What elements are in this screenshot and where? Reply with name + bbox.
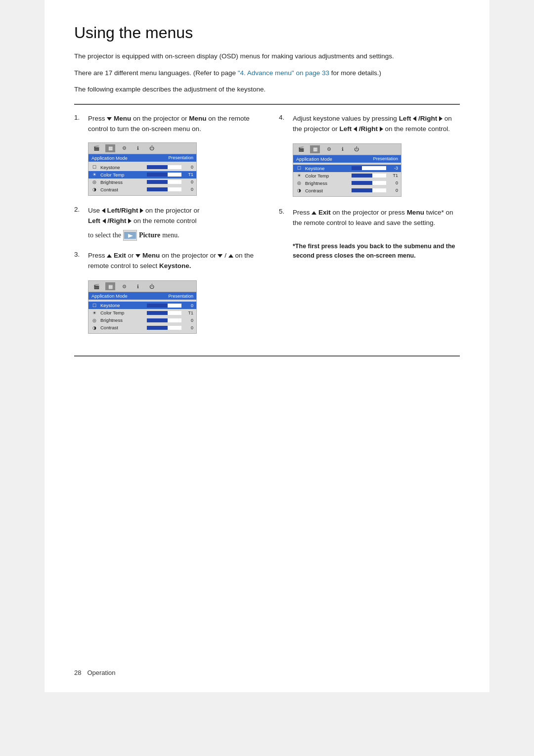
left-arrow-icon-4b — [354, 127, 357, 132]
left-arrow-icon-2a — [102, 208, 105, 213]
brightness-label-3: Brightness — [305, 180, 349, 186]
menu-row-contrast-3: ◑ Contrast 0 — [293, 187, 401, 194]
up-arrow-icon-3b — [228, 254, 233, 258]
step2-leftright-bold: Left/Right — [107, 207, 138, 214]
menu-titlebar-3: 🎬 ▦ ⚙ ℹ ⏻ — [293, 144, 401, 155]
page-content: Using the menus The projector is equippe… — [44, 0, 490, 692]
intro-paragraph-1: The projector is equipped with on-screen… — [74, 51, 460, 62]
footer-section-label: Operation — [87, 669, 115, 676]
menu-row-contrast-1: ◑ Contrast 0 — [89, 186, 196, 193]
intro-paragraph-2: There are 17 different menu languages. (… — [74, 68, 460, 79]
menu-screenshot-3: 🎬 ▦ ⚙ ℹ ⏻ Application Mode Presentation — [293, 143, 401, 197]
menu-icon-info-3: ℹ — [338, 145, 348, 153]
step-1-text: Press Menu on the projector or Menu on t… — [88, 114, 255, 134]
down-arrow-icon-3b — [218, 254, 222, 258]
right-arrow-icon-2b — [128, 219, 132, 223]
step2-left-bold2: Left — [88, 217, 100, 224]
step2-right-bold2: /Right — [107, 217, 126, 224]
step4-right-bold: /Right — [418, 115, 437, 122]
colortemp-val-1: T1 — [184, 172, 193, 177]
brightness-icon-1: ◎ — [91, 179, 97, 184]
menu-screenshot-2: 🎬 ▦ ⚙ ℹ ⏻ Application Mode Presentation — [88, 280, 197, 334]
step-1-num: 1. — [74, 114, 88, 121]
colortemp-bar-2 — [147, 311, 181, 315]
contrast-val-2: 0 — [184, 325, 193, 330]
keystone-bar-1 — [147, 165, 181, 169]
contrast-val-1: 0 — [184, 187, 193, 192]
app-mode-val-1: Presentation — [168, 155, 193, 160]
keystone-val-2: 0 — [184, 303, 193, 308]
keystone-icon-2: ☐ — [91, 303, 97, 308]
footer-page-num: 28 — [74, 669, 81, 676]
keystone-bar-3 — [352, 166, 386, 170]
advance-menu-link[interactable]: "4. Advance menu" on page 33 — [238, 69, 329, 77]
menu-screenshot-1: 🎬 ▦ ⚙ ℹ ⏻ Application Mode Presentation — [88, 142, 197, 196]
menu-titlebar-2: 🎬 ▦ ⚙ ℹ ⏻ — [89, 281, 196, 292]
contrast-val-3: 0 — [389, 188, 398, 193]
page-title: Using the menus — [74, 24, 460, 42]
right-column: 4. Adjust keystone values by pressing Le… — [275, 114, 460, 344]
step2-menu-label: menu. — [162, 231, 179, 239]
step-1-header: 1. Press Menu on the projector or Menu o… — [74, 114, 255, 134]
menu-rows-2: ☐ Keystone 0 ☀ Color Temp T1 ◎ — [89, 300, 196, 333]
contrast-icon-1: ◑ — [91, 187, 97, 192]
step-4-num: 4. — [279, 114, 293, 121]
step5-exit-bold: Exit — [318, 209, 331, 216]
menu-icon-info: ℹ — [133, 144, 143, 152]
left-arrow-icon-2b — [102, 219, 106, 223]
intro2-suffix: for more details.) — [329, 69, 381, 77]
step2-picture-bold: Picture — [139, 231, 160, 239]
step-1: 1. Press Menu on the projector or Menu o… — [74, 114, 255, 196]
colortemp-val-3: T1 — [389, 173, 398, 178]
keystone-icon-1: ☐ — [91, 165, 97, 170]
app-mode-row-3: Application Mode Presentation — [293, 155, 401, 163]
menu-icons-2: 🎬 ▦ ⚙ ℹ ⏻ — [91, 282, 157, 290]
menu-icon-display-2: ▦ — [105, 282, 115, 290]
right-arrow-icon-2a — [140, 208, 143, 213]
colortemp-icon-3: ☀ — [296, 173, 302, 178]
right-arrow-icon-4a — [439, 116, 443, 121]
step-2-picture-line: to select the Picture menu. — [88, 230, 255, 241]
app-mode-val-2: Presentation — [168, 294, 193, 299]
contrast-icon-2: ◑ — [91, 325, 97, 330]
menu-icon-film-3: 🎬 — [296, 145, 306, 153]
contrast-label-2: Contrast — [100, 325, 144, 330]
step1-menu-bold: Menu — [114, 115, 131, 122]
step2-toselect-text: to select the — [88, 231, 121, 239]
menu-row-colortemp-1: ☀ Color Temp T1 — [89, 171, 196, 178]
menu-icon-settings: ⚙ — [119, 144, 129, 152]
menu-row-keystone-3: ☐ Keystone -3 — [293, 165, 401, 172]
menu-row-keystone-1: ☐ Keystone 0 — [89, 164, 196, 171]
step-4-header: 4. Adjust keystone values by pressing Le… — [279, 114, 460, 134]
colortemp-label-2: Color Temp — [100, 310, 144, 315]
left-arrow-icon-4a — [413, 116, 416, 121]
brightness-label-1: Brightness — [100, 179, 144, 185]
colortemp-icon-1: ☀ — [91, 172, 97, 177]
step-3-text: Press Exit or Menu on the projector or /… — [88, 251, 255, 271]
brightness-bar-3 — [352, 181, 386, 185]
right-arrow-icon-4b — [380, 127, 383, 132]
step-3: 3. Press Exit or Menu on the projector o… — [74, 251, 255, 334]
colortemp-bar-1 — [147, 173, 181, 177]
brightness-val-3: 0 — [389, 180, 398, 185]
step1-menu-bold2: Menu — [189, 115, 206, 122]
keystone-label-2: Keystone — [100, 303, 144, 308]
brightness-val-1: 0 — [184, 179, 193, 184]
step-2-num: 2. — [74, 206, 88, 213]
step-3-header: 3. Press Exit or Menu on the projector o… — [74, 251, 255, 271]
brightness-bar-1 — [147, 180, 181, 184]
menu-icons-3: 🎬 ▦ ⚙ ℹ ⏻ — [296, 145, 361, 153]
keystone-bar-2 — [147, 304, 181, 308]
menu-row-brightness-1: ◎ Brightness 0 — [89, 178, 196, 186]
step-5-num: 5. — [279, 208, 293, 215]
menu-icon-power-3: ⏻ — [352, 145, 361, 153]
top-divider — [74, 104, 460, 105]
colortemp-bar-3 — [352, 174, 386, 178]
footnote: *The first press leads you back to the s… — [279, 242, 460, 261]
step-2-text: Use Left/Right on the projector or Left … — [88, 206, 255, 226]
keystone-icon-3: ☐ — [296, 166, 302, 171]
menu-icon-settings-3: ⚙ — [324, 145, 334, 153]
step-4: 4. Adjust keystone values by pressing Le… — [279, 114, 460, 197]
app-mode-label-3: Application Mode — [296, 156, 373, 162]
step3-keystone-bold: Keystone. — [159, 262, 191, 269]
